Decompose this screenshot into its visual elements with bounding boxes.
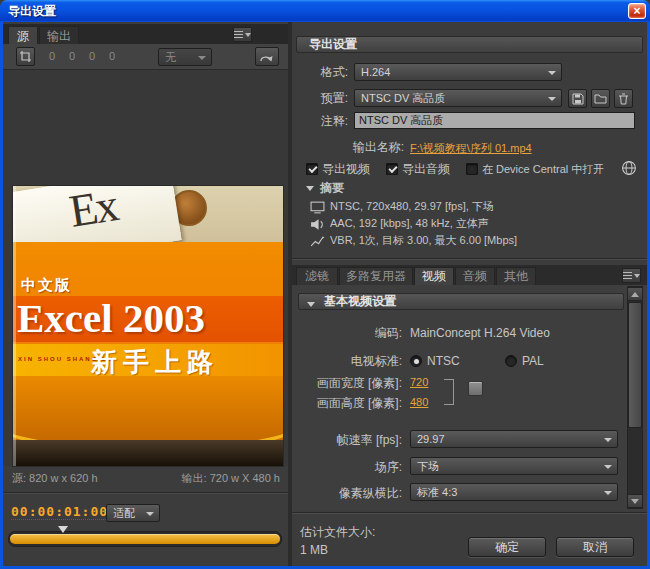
frame-height-value[interactable]: 480 <box>410 396 428 408</box>
comment-input[interactable] <box>354 112 635 129</box>
frame-width-label: 画面宽度 [像素]: <box>290 375 402 391</box>
summary-bitrate-line: VBR, 1次, 目标 3.00, 最大 6.00 [Mbps] <box>330 232 517 248</box>
close-icon: × <box>633 4 640 18</box>
crop-mode-dropdown[interactable]: 无 <box>158 48 212 66</box>
codec-label: 编码: <box>290 325 402 341</box>
window-title: 导出设置 <box>8 3 56 20</box>
output-name-label: 输出名称: <box>296 139 404 155</box>
left-panel-menu-button[interactable] <box>233 27 252 42</box>
tv-standard-label: 电视标准: <box>290 353 402 369</box>
book-cover-main: 中文版 Excel 2003 XIN SHOU SHANG LU 新手上路 <box>13 242 283 376</box>
zoom-level-dropdown[interactable]: 适配 <box>106 504 160 522</box>
panel-menu-icon <box>623 272 632 280</box>
crop-mode-value: 无 <box>165 51 176 63</box>
tab-filters[interactable]: 滤镜 <box>296 267 338 285</box>
codec-value: MainConcept H.264 Video <box>410 325 550 341</box>
scroll-up-icon <box>631 292 639 297</box>
tab-output-label: 输出 <box>47 29 71 43</box>
book-bottom-band <box>13 440 283 466</box>
preset-label: 预置: <box>280 90 348 106</box>
tab-output[interactable]: 输出 <box>39 26 79 44</box>
export-settings-title: 导出设置 <box>309 37 357 51</box>
framerate-label: 帧速率 [fps]: <box>290 432 402 448</box>
field-order-value: 下场 <box>417 460 439 472</box>
crop-top-value[interactable]: 0 <box>64 50 80 62</box>
cancel-button-label: 取消 <box>583 540 607 554</box>
scroll-down-button[interactable] <box>627 494 643 508</box>
summary-video-line: NTSC, 720x480, 29.97 [fps], 下场 <box>330 198 494 214</box>
preset-value: NTSC DV 高品质 <box>361 92 445 104</box>
basic-video-settings-title: 基本视频设置 <box>324 294 396 308</box>
panel-menu-icon <box>234 31 243 39</box>
crop-left-value[interactable]: 0 <box>44 50 60 62</box>
format-dropdown[interactable]: H.264 <box>354 63 562 81</box>
pixel-aspect-value: 标准 4:3 <box>417 486 457 498</box>
framerate-dropdown[interactable]: 29.97 <box>410 430 618 448</box>
crop-right-value[interactable]: 0 <box>84 50 100 62</box>
preset-dropdown[interactable]: NTSC DV 高品质 <box>354 89 562 107</box>
device-central-button[interactable] <box>621 160 637 180</box>
tab-audio[interactable]: 音频 <box>455 267 495 285</box>
audio-summary-icon <box>310 217 326 230</box>
right-separator-bottom <box>292 512 647 514</box>
ntsc-radio[interactable] <box>410 355 422 367</box>
save-preset-button[interactable] <box>568 89 587 108</box>
import-preset-button[interactable] <box>591 89 610 108</box>
delete-preset-button[interactable] <box>614 89 633 108</box>
right-separator-top <box>292 258 647 260</box>
basic-video-settings-header[interactable]: 基本视频设置 <box>298 293 624 310</box>
frame-width-value[interactable]: 720 <box>410 376 428 388</box>
tab-multiplexer[interactable]: 多路复用器 <box>339 267 413 285</box>
file-size-label: 估计文件大小: <box>300 524 375 540</box>
export-video-label: 导出视频 <box>322 161 370 177</box>
tab-filters-label: 滤镜 <box>305 269 329 283</box>
window-titlebar[interactable]: 导出设置 × <box>0 0 650 22</box>
crop-bottom-value[interactable]: 0 <box>104 50 120 62</box>
format-label: 格式: <box>280 64 348 80</box>
comment-label: 注释: <box>280 113 348 129</box>
output-dimensions: 输出: 720 w X 480 h <box>182 471 280 486</box>
tab-multiplexer-label: 多路复用器 <box>346 269 406 283</box>
playhead-icon[interactable] <box>58 526 68 533</box>
export-audio-label: 导出音频 <box>402 161 450 177</box>
preview-image: Ex 中文版 Excel 2003 XIN SHOU SHANG LU 新手上路 <box>13 186 283 466</box>
globe-icon <box>621 160 637 176</box>
close-button[interactable]: × <box>628 3 646 19</box>
summary-disclosure-icon[interactable] <box>306 186 314 191</box>
book-corner-text: Ex <box>66 186 121 238</box>
tab-video[interactable]: 视频 <box>414 267 454 285</box>
cancel-button[interactable]: 取消 <box>556 537 634 557</box>
tab-source[interactable]: 源 <box>8 26 38 44</box>
current-timecode[interactable]: 00:00:01:00 <box>11 504 108 520</box>
export-audio-checkbox[interactable] <box>386 163 398 175</box>
tab-video-label: 视频 <box>422 269 446 283</box>
folder-icon <box>594 93 607 104</box>
ok-button[interactable]: 确定 <box>468 537 546 557</box>
tab-others[interactable]: 其他 <box>496 267 536 285</box>
ok-button-label: 确定 <box>495 540 519 554</box>
export-video-checkbox[interactable] <box>306 163 318 175</box>
zoom-level-value: 适配 <box>113 507 135 519</box>
pixel-aspect-dropdown[interactable]: 标准 4:3 <box>410 483 618 501</box>
tab-others-label: 其他 <box>504 269 528 283</box>
chevron-down-icon <box>634 274 640 278</box>
aspect-correction-button[interactable] <box>255 47 279 66</box>
scroll-up-button[interactable] <box>627 287 643 301</box>
field-order-dropdown[interactable]: 下场 <box>410 457 618 475</box>
frame-height-label: 画面高度 [像素]: <box>290 395 402 411</box>
pal-radio[interactable] <box>505 355 517 367</box>
summary-label: 摘要 <box>320 180 344 196</box>
constrain-proportions-toggle[interactable] <box>468 381 483 396</box>
format-value: H.264 <box>361 66 390 78</box>
scrollbar-thumb[interactable] <box>628 302 642 428</box>
export-settings-header: 导出设置 <box>296 36 643 53</box>
summary-audio-line: AAC, 192 [kbps], 48 kHz, 立体声 <box>330 215 489 231</box>
crop-button[interactable] <box>16 47 35 66</box>
device-central-checkbox[interactable] <box>466 163 478 175</box>
dimension-link-bracket <box>444 379 454 405</box>
pal-label: PAL <box>522 353 544 369</box>
output-name-link[interactable]: F:\视频教程\序列 01.mp4 <box>410 141 532 156</box>
settings-panel-menu-button[interactable] <box>622 268 641 283</box>
work-area-bar[interactable] <box>10 534 280 544</box>
save-icon <box>572 93 584 105</box>
